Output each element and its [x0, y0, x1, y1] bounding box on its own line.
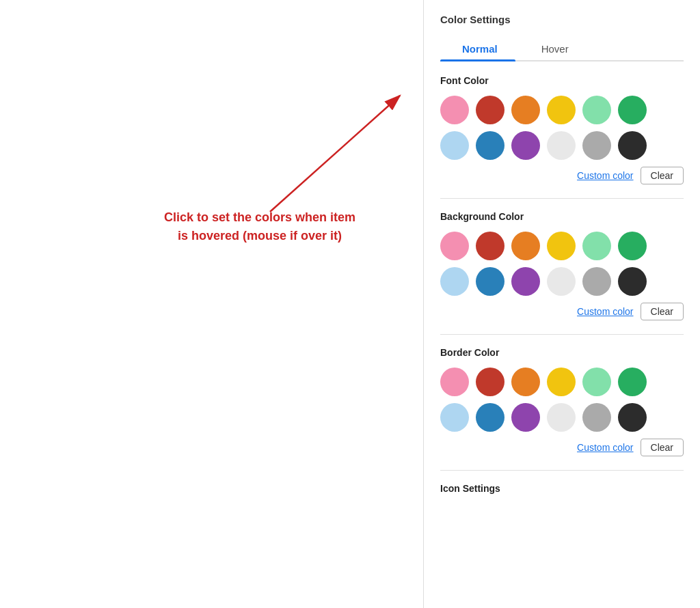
border-color-black[interactable] — [618, 403, 647, 432]
divider-1 — [440, 198, 684, 199]
bg-color-light-green[interactable] — [582, 232, 611, 260]
bg-color-purple[interactable] — [511, 267, 540, 296]
annotation-text: Click to set the colors when item is hov… — [164, 208, 355, 245]
border-custom-color-link[interactable]: Custom color — [577, 442, 633, 453]
bg-color-actions: Custom color Clear — [440, 303, 684, 320]
tab-active-indicator — [440, 59, 515, 61]
font-color-yellow[interactable] — [547, 96, 576, 124]
border-color-yellow[interactable] — [547, 368, 576, 396]
bg-color-green[interactable] — [618, 232, 647, 260]
bg-color-yellow[interactable] — [547, 232, 576, 260]
font-color-black[interactable] — [618, 131, 647, 160]
tabs-container: Normal Hover — [440, 38, 684, 61]
border-color-actions: Custom color Clear — [440, 439, 684, 456]
bg-color-light-blue[interactable] — [440, 267, 469, 296]
font-color-red[interactable] — [476, 96, 504, 124]
border-color-light-blue[interactable] — [440, 403, 469, 432]
font-color-orange[interactable] — [511, 96, 540, 124]
border-color-orange[interactable] — [511, 368, 540, 396]
tab-normal[interactable]: Normal — [440, 38, 520, 60]
right-panel: Color Settings Normal Hover Font Color — [424, 0, 700, 608]
bg-color-gray[interactable] — [582, 267, 611, 296]
font-color-row-2 — [440, 131, 684, 160]
border-color-red[interactable] — [476, 368, 504, 396]
font-color-gray[interactable] — [582, 131, 611, 160]
bg-custom-color-link[interactable]: Custom color — [577, 306, 633, 317]
page-title: Color Settings — [440, 14, 684, 25]
border-color-section: Border Color Custom color Clear — [440, 347, 684, 456]
left-panel: Click to set the colors when item is hov… — [0, 0, 424, 608]
divider-3 — [440, 470, 684, 471]
font-color-light-green[interactable] — [582, 96, 611, 124]
font-color-green[interactable] — [618, 96, 647, 124]
divider-2 — [440, 334, 684, 335]
bg-color-blue[interactable] — [476, 267, 504, 296]
border-color-gray[interactable] — [582, 403, 611, 432]
font-color-purple[interactable] — [511, 131, 540, 160]
background-color-section: Background Color Custom color Clear — [440, 211, 684, 320]
font-color-row-1 — [440, 96, 684, 124]
tab-hover[interactable]: Hover — [520, 38, 591, 60]
arrow-svg — [0, 0, 424, 608]
font-color-section: Font Color Custom color Clear — [440, 75, 684, 184]
bg-color-black[interactable] — [618, 267, 647, 296]
font-color-very-light-gray[interactable] — [547, 131, 576, 160]
bg-color-orange[interactable] — [511, 232, 540, 260]
font-color-light-blue[interactable] — [440, 131, 469, 160]
border-color-row-2 — [440, 403, 684, 432]
border-color-very-light-gray[interactable] — [547, 403, 576, 432]
border-color-blue[interactable] — [476, 403, 504, 432]
border-color-purple[interactable] — [511, 403, 540, 432]
border-color-pink[interactable] — [440, 368, 469, 396]
font-clear-button[interactable]: Clear — [641, 167, 684, 184]
bg-clear-button[interactable]: Clear — [641, 303, 684, 320]
bg-color-row-1 — [440, 232, 684, 260]
icon-settings-section: Icon Settings — [440, 483, 684, 494]
bg-color-very-light-gray[interactable] — [547, 267, 576, 296]
font-color-pink[interactable] — [440, 96, 469, 124]
border-color-row-1 — [440, 368, 684, 396]
background-color-title: Background Color — [440, 211, 684, 222]
font-color-actions: Custom color Clear — [440, 167, 684, 184]
font-color-title: Font Color — [440, 75, 684, 86]
font-color-blue[interactable] — [476, 131, 504, 160]
bg-color-red[interactable] — [476, 232, 504, 260]
bg-color-pink[interactable] — [440, 232, 469, 260]
font-custom-color-link[interactable]: Custom color — [577, 170, 633, 181]
border-color-title: Border Color — [440, 347, 684, 358]
svg-line-1 — [270, 96, 400, 212]
bg-color-row-2 — [440, 267, 684, 296]
border-clear-button[interactable]: Clear — [641, 439, 684, 456]
border-color-green[interactable] — [618, 368, 647, 396]
icon-settings-title: Icon Settings — [440, 483, 684, 494]
border-color-light-green[interactable] — [582, 368, 611, 396]
